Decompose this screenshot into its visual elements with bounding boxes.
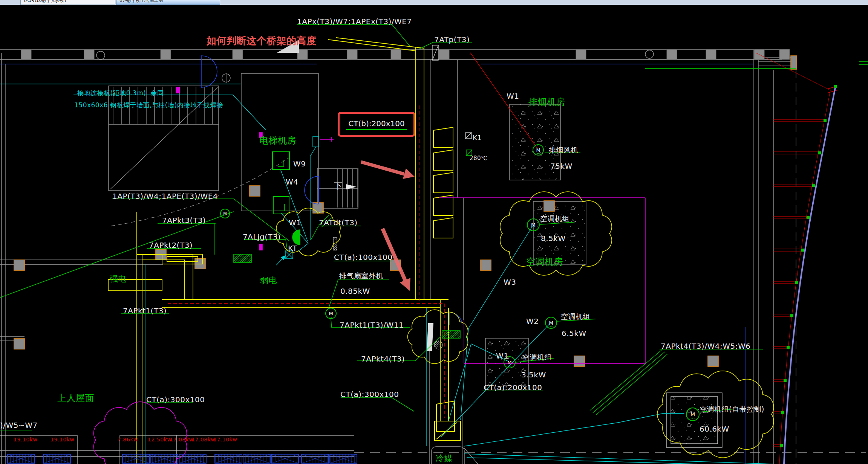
label-feeder-atp: 7ATp(T3) — [434, 36, 470, 44]
label-wire-w1-ac: W1 — [496, 352, 509, 360]
elevator-machine-symbol — [273, 197, 289, 214]
panel-symbol — [442, 331, 460, 338]
label-wire-w1-top: W1 — [507, 92, 519, 100]
label-grounding-2: 150x60x6 钢板焊于墙面,与柱(墙)内接地干线焊接 — [74, 102, 223, 109]
label-smokefan-name: 排烟风机 — [549, 147, 578, 154]
svg-text:M: M — [223, 211, 227, 216]
double-door-symbol — [201, 56, 217, 87]
ground-plate-symbol — [176, 87, 179, 93]
elevator-machine-symbol — [272, 152, 289, 169]
motor-exhaust-fan: M~ — [326, 308, 336, 320]
label-load-kw: 19.10kw — [51, 437, 74, 443]
refrigerant-line — [464, 414, 684, 446]
label-feeder-w5w7: )/W5~W7 — [0, 421, 38, 429]
label-ac606-power: 60.6kW — [700, 425, 729, 433]
label-feeder-ap-w4: 1AP(T3)/W4;1APE(T3)/WE4 — [112, 192, 218, 200]
red-lines — [168, 53, 837, 464]
label-wire-w2: W2 — [526, 317, 539, 325]
air-louver-symbols — [433, 127, 455, 432]
label-feeder-aljg: 7ALjg(T3) — [243, 233, 281, 241]
tab-label: 07-教学楼电气施工图 — [116, 0, 220, 4]
label-stair-down: 下 — [334, 182, 343, 190]
label-room-weak: 弱电 — [260, 276, 277, 285]
label-load-kw: 17.10kw — [213, 437, 237, 443]
label-feeder-apkt3: 7APkt3(T3) — [162, 217, 206, 224]
green-leaders — [0, 24, 868, 430]
label-ac85-power: 8.5kW — [541, 235, 566, 243]
double-door-symbol — [305, 176, 318, 204]
svg-text:~: ~ — [691, 416, 695, 421]
label-kt: KT — [288, 244, 297, 252]
panel-symbol — [234, 254, 251, 263]
label-tray-ct-a300-mid: CT(a):300x100 — [340, 391, 399, 398]
label-tray-ct-b: CT(b):200x100 — [346, 119, 407, 130]
label-ac65-name: 空调机组 — [561, 313, 590, 321]
label-ac606-name: 空调机组(自带控制) — [700, 406, 764, 413]
label-feeder-apkt1: 7APkt1(T3) — [123, 307, 167, 315]
label-load-kw: 17.08kw — [191, 437, 215, 443]
roof-equipment-panels — [8, 454, 357, 463]
label-room-ac: 空调机房 — [526, 257, 563, 267]
svg-text:~: ~ — [508, 363, 511, 369]
label-ac35-name: 空调机组 — [522, 354, 552, 361]
svg-text:~: ~ — [549, 324, 553, 329]
highlight-box-ctb: CT(b):200x100 — [338, 112, 415, 137]
label-ac65-power: 6.5kW — [562, 330, 586, 337]
facade-cap — [834, 85, 837, 88]
svg-text:~: ~ — [536, 151, 540, 156]
label-load-kw: 19.10kw — [14, 437, 37, 443]
label-room-elevator: 电梯机房 — [259, 136, 296, 145]
motor-ac-65: M~ — [545, 317, 557, 329]
label-feeder-apkt2: 7APkt2(T3) — [149, 241, 193, 249]
tab-building-a[interactable]: (A1-A10教学实验楼) — [20, 0, 115, 5]
label-k1: K1 — [473, 134, 482, 142]
label-smokefan-power: 75kW — [550, 162, 573, 170]
label-feeder-atdt: 7ATdt(T3) — [319, 219, 358, 227]
label-room-strong: 强电 — [110, 275, 127, 283]
label-tray-ct-a100: CT(a):100x100 — [334, 253, 392, 261]
drawing-tab-bar: (A1-A10教学实验楼) 07-教学楼电气施工图 — [0, 0, 868, 5]
tab-electrical-drawing-active[interactable]: 07-教学楼电气施工图 — [116, 0, 220, 5]
label-tray-ct-a200: CT(a):200x100 — [484, 384, 542, 392]
wall-lines — [0, 50, 866, 464]
label-temp-280: 280℃ — [470, 156, 487, 162]
label-feeder-apkt1-w11: 7APkt1(T3)/W11 — [340, 321, 404, 329]
label-exhaust-name: 排气扇室外机 — [339, 272, 383, 280]
label-ac85-name: 空调机组 — [540, 215, 569, 223]
speaker-symbol — [292, 230, 300, 245]
label-feeder-apkt4-w456: 7APkt4(T3)/W4;W5;W6 — [661, 342, 750, 350]
cad-application-window: (A1-A10教学实验楼) 07-教学楼电气施工图 — [0, 0, 868, 464]
tray-centerlines — [168, 105, 445, 418]
annotation-question: 如何判断这个桥架的高度 — [207, 36, 317, 46]
label-wire-w9: W9 — [293, 160, 306, 168]
label-load-kw: 12.50kw — [148, 437, 171, 443]
cad-drawing-canvas[interactable]: M~ M~ M~ M~ M~ M~ M — [0, 5, 868, 464]
label-load-kw: 7.86kw — [118, 437, 138, 443]
label-ac35-power: 3.5kW — [521, 371, 546, 379]
label-wire-w3: W3 — [504, 278, 516, 286]
label-feeder-apkt4: 7APkt4(T3) — [361, 355, 405, 363]
label-room-refrigerant: 冷媒 — [436, 454, 453, 462]
label-room-roof: 上人屋面 — [57, 394, 94, 403]
label-grounding-1: 接地连接板(距地0.3m) 余同 — [77, 90, 164, 97]
label-tray-ct-a300-left: CT(a):300x100 — [146, 396, 205, 404]
label-wire-w1-mid: W1 — [289, 219, 302, 227]
arrow-head — [403, 168, 415, 179]
curved-facade — [784, 88, 835, 464]
tab-label: (A1-A10教学实验楼) — [21, 0, 115, 4]
label-room-smoke: 排烟机房 — [528, 98, 565, 107]
label-load-kw: 17.08kw — [170, 437, 193, 443]
label-feeder-apx: 1APx(T3)/W7;1APEx(T3)/WE7 — [297, 18, 412, 26]
svg-text:~: ~ — [329, 314, 333, 320]
structural-columns-top — [21, 49, 790, 60]
svg-text:~: ~ — [531, 226, 535, 232]
label-exhaust-power: 0.85kW — [340, 287, 370, 295]
label-wire-w4: W4 — [286, 178, 299, 186]
